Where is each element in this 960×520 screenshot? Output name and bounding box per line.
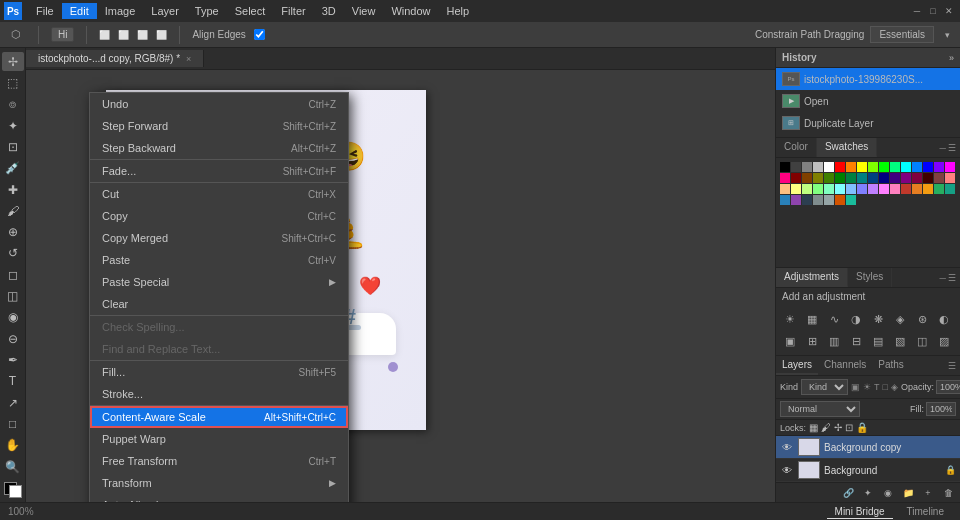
tool-crop[interactable]: ⊡ [2, 137, 24, 156]
kind-icon-shape[interactable]: □ [883, 382, 888, 392]
adj-vibrance-icon[interactable]: ❋ [868, 309, 888, 329]
swatch-804000[interactable] [802, 173, 812, 183]
panel-menu-btn[interactable]: ☰ [948, 143, 956, 153]
tool-eraser[interactable]: ◻ [2, 265, 24, 284]
fill-input[interactable] [926, 402, 956, 416]
swatch-008080[interactable] [857, 173, 867, 183]
kind-icon-smart[interactable]: ◈ [891, 382, 898, 392]
swatch-408000[interactable] [824, 173, 834, 183]
adj-photo-icon[interactable]: ▣ [780, 331, 800, 351]
swatch-1abc9c[interactable] [846, 195, 856, 205]
swatch-ff8000[interactable] [846, 162, 856, 172]
swatch-ff0080[interactable] [780, 173, 790, 183]
kind-icon-adj[interactable]: ☀ [863, 382, 871, 392]
panel-options-button[interactable]: ▾ [940, 28, 954, 42]
swatch-808080[interactable] [802, 162, 812, 172]
menu-stroke[interactable]: Stroke... [90, 383, 348, 405]
layer-item-background[interactable]: 👁 Background 🔒 [776, 459, 960, 482]
tool-gradient[interactable]: ◫ [2, 286, 24, 305]
swatch-0000ff[interactable] [923, 162, 933, 172]
swatch-f39c12[interactable] [923, 184, 933, 194]
menu-step-forward[interactable]: Step ForwardShift+Ctrl+Z [90, 115, 348, 137]
menu-filter[interactable]: Filter [273, 3, 313, 19]
history-item-1[interactable]: Ps istockphoto-139986230S... [776, 68, 960, 90]
document-tab[interactable]: istockphoto-...d copy, RGB/8#) * × [26, 50, 204, 67]
swatch-bfff80[interactable] [802, 184, 812, 194]
swatch-008040[interactable] [846, 173, 856, 183]
add-mask-btn[interactable]: ◉ [880, 486, 896, 500]
new-layer-btn[interactable]: + [920, 486, 936, 500]
swatch-2980b9[interactable] [780, 195, 790, 205]
swatch-80ffff[interactable] [835, 184, 845, 194]
mini-bridge-tab[interactable]: Mini Bridge [827, 505, 893, 519]
swatch-ffffff[interactable] [824, 162, 834, 172]
history-expand[interactable]: » [949, 53, 954, 63]
menu-auto-align[interactable]: Auto-Align Layers... [90, 494, 348, 502]
paths-tab[interactable]: Paths [872, 356, 910, 375]
lock-all-btn[interactable]: 🔒 [856, 422, 868, 433]
tool-heal[interactable]: ✚ [2, 180, 24, 199]
tool-eyedropper[interactable]: 💉 [2, 159, 24, 178]
tool-pen[interactable]: ✒ [2, 350, 24, 369]
adj-channelmix-icon[interactable]: ⊞ [802, 331, 822, 351]
swatch-00ff80[interactable] [890, 162, 900, 172]
menu-clear[interactable]: Clear [90, 293, 348, 315]
menu-copy[interactable]: CopyCtrl+C [90, 205, 348, 227]
swatch-8080ff[interactable] [857, 184, 867, 194]
swatches-tab[interactable]: Swatches [817, 138, 877, 157]
tool-zoom[interactable]: 🔍 [2, 457, 24, 476]
swatch-bf80ff[interactable] [868, 184, 878, 194]
swatch-80ff00[interactable] [868, 162, 878, 172]
tool-type[interactable]: T [2, 372, 24, 391]
menu-step-backward[interactable]: Step BackwardAlt+Ctrl+Z [90, 137, 348, 159]
swatch-00ffff[interactable] [901, 162, 911, 172]
tool-magic-wand[interactable]: ✦ [2, 116, 24, 135]
swatch-80bfff[interactable] [846, 184, 856, 194]
swatch-804040[interactable] [934, 173, 944, 183]
menu-view[interactable]: View [344, 3, 384, 19]
adj-colorbalance-icon[interactable]: ⊛ [912, 309, 932, 329]
swatch-ff80ff[interactable] [879, 184, 889, 194]
swatch-c0392b[interactable] [901, 184, 911, 194]
new-group-btn[interactable]: 📁 [900, 486, 916, 500]
adjustments-tab[interactable]: Adjustments [776, 268, 848, 287]
adj-bw-icon[interactable]: ◐ [934, 309, 954, 329]
menu-layer[interactable]: Layer [143, 3, 187, 19]
tool-dodge[interactable]: ⊖ [2, 329, 24, 348]
adj-levels-icon[interactable]: ▦ [802, 309, 822, 329]
lock-transparent-btn[interactable]: ▦ [809, 422, 818, 433]
swatch-7f8c8d[interactable] [813, 195, 823, 205]
lock-position-btn[interactable]: ✢ [834, 422, 842, 433]
history-panel-header[interactable]: History » [776, 48, 960, 68]
swatch-bfbfbf[interactable] [813, 162, 823, 172]
color-tab[interactable]: Color [776, 138, 817, 157]
tab-close-button[interactable]: × [186, 54, 191, 64]
channels-tab[interactable]: Channels [818, 356, 872, 375]
tool-blur[interactable]: ◉ [2, 308, 24, 327]
opacity-input[interactable] [936, 380, 960, 394]
swatch-ffbf80[interactable] [780, 184, 790, 194]
menu-cut[interactable]: CutCtrl+X [90, 183, 348, 205]
swatch-800040[interactable] [912, 173, 922, 183]
tool-lasso[interactable]: ⌾ [2, 95, 24, 114]
layer-visibility-bg-copy[interactable]: 👁 [780, 440, 794, 454]
swatch-404040[interactable] [791, 162, 801, 172]
tool-path-select[interactable]: ↗ [2, 393, 24, 412]
link-layers-btn[interactable]: 🔗 [840, 486, 856, 500]
swatch-400000[interactable] [923, 173, 933, 183]
tool-hand[interactable]: ✋ [2, 436, 24, 455]
swatch-004080[interactable] [868, 173, 878, 183]
layer-visibility-bg[interactable]: 👁 [780, 463, 794, 477]
swatch-008000[interactable] [835, 173, 845, 183]
swatch-8000ff[interactable] [934, 162, 944, 172]
menu-puppet-warp[interactable]: Puppet Warp [90, 428, 348, 450]
hi-button[interactable]: Hi [51, 27, 74, 42]
canvas-content[interactable]: 😆 🤣 😮 ❤️ 🤙 # 👍 [26, 70, 775, 502]
adj-hsl-icon[interactable]: ◈ [890, 309, 910, 329]
add-style-btn[interactable]: ✦ [860, 486, 876, 500]
menu-3d[interactable]: 3D [314, 3, 344, 19]
swatch-95a5a6[interactable] [824, 195, 834, 205]
blend-mode-select[interactable]: Normal [780, 401, 860, 417]
menu-fade[interactable]: Fade...Shift+Ctrl+F [90, 160, 348, 182]
essentials-button[interactable]: Essentials [870, 26, 934, 43]
